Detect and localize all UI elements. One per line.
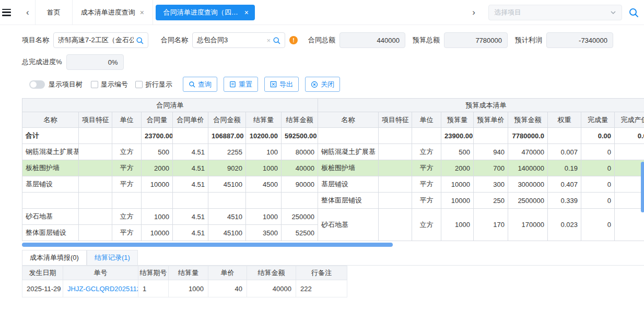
- tab-scroll-right-icon[interactable]: ›: [466, 7, 481, 18]
- cell: 0.00: [581, 128, 615, 144]
- show-number-checkbox[interactable]: [91, 81, 98, 88]
- cell: [379, 128, 412, 144]
- unit-price: 40: [208, 280, 247, 297]
- cell: 10200.00: [246, 128, 282, 144]
- table-row-total[interactable]: 合计 23700.00 106887.00 10200.00 592500.00…: [22, 128, 644, 144]
- group-header-budget: 预算成本清单: [318, 99, 644, 112]
- cell: 23700.00: [142, 128, 173, 144]
- tab-scroll-left-icon[interactable]: ‹: [20, 7, 35, 18]
- circle-close-icon: [311, 81, 318, 88]
- cell: [79, 128, 112, 144]
- wrap-display-checkbox[interactable]: [135, 81, 143, 88]
- settlement-amount: 40000: [247, 280, 296, 297]
- cell: [282, 193, 318, 209]
- order-number-link[interactable]: JHJZ-GCLQRD20251129: [67, 285, 138, 293]
- expected-profit-label: 预计利润: [515, 35, 542, 45]
- col-header: 行备注: [296, 266, 347, 280]
- cell: 500: [441, 144, 474, 160]
- cell: 10000: [441, 176, 474, 193]
- horizontal-scrollbar: [22, 243, 644, 247]
- project-select-placeholder: 选择项目: [494, 8, 521, 17]
- chevron-down-icon: [610, 9, 616, 16]
- col-header: 结算量: [169, 266, 208, 280]
- cell: [379, 176, 412, 193]
- contract-name-value: 总包合同3: [197, 35, 264, 45]
- col-header: 单位: [112, 112, 142, 128]
- cell: 80000: [282, 144, 318, 160]
- cell: [112, 193, 142, 209]
- cell: 合计: [22, 128, 79, 144]
- cell: 4.51: [173, 225, 208, 241]
- table-row[interactable]: 基层铺设 平方 10000 4.51 45100 4500 90000 基层铺设…: [22, 176, 644, 193]
- cell: [379, 193, 412, 209]
- cell: [379, 144, 412, 160]
- cell: 300: [474, 176, 508, 193]
- table-row[interactable]: 钢筋混凝土扩展基 立方 500 4.51 2255 100 80000 钢筋混凝…: [22, 144, 644, 160]
- col-header: 结算期号: [138, 266, 169, 280]
- project-tree-toggle-label: 显示项目树: [49, 80, 83, 89]
- menu-icon[interactable]: [2, 9, 11, 16]
- cell: 0: [581, 209, 615, 241]
- cell: 0: [615, 160, 644, 176]
- cell: 1000: [441, 209, 474, 241]
- cell: 3500: [246, 225, 282, 241]
- show-number-label: 显示编号: [101, 80, 128, 89]
- tab-home[interactable]: 首页: [35, 0, 73, 25]
- settlement-qty: 1000: [169, 280, 208, 297]
- contract-name-input[interactable]: 总包合同3 ×: [192, 32, 285, 48]
- cell: 40000: [282, 160, 318, 176]
- project-name-input[interactable]: 济邹高速7-2工区（金石公: [53, 32, 148, 48]
- cell: 平方: [412, 176, 441, 193]
- close-button[interactable]: 关闭: [305, 77, 340, 92]
- cell: [548, 128, 581, 144]
- cell: 0: [615, 176, 644, 193]
- cell: 4510: [208, 209, 246, 225]
- query-button-label: 查询: [198, 80, 212, 89]
- reset-button[interactable]: 重置: [224, 77, 258, 92]
- tab-cost-list-fill[interactable]: 成本清单填报(0): [22, 250, 87, 265]
- close-icon[interactable]: ×: [244, 9, 249, 16]
- search-icon[interactable]: [628, 7, 639, 18]
- col-header: 项目特征: [379, 112, 412, 128]
- cell: [246, 193, 282, 209]
- cell: 10000: [441, 193, 474, 209]
- cell: 1000: [142, 209, 173, 225]
- cell: 0: [581, 160, 615, 176]
- search-icon[interactable]: [136, 37, 144, 44]
- tab-contract-list-progress[interactable]: 合同清单进度查询（四… ×: [156, 5, 255, 20]
- table-row[interactable]: 砂石地基 立方 1000 4.51 4510 1000 250000 砂石地基 …: [22, 209, 644, 225]
- cell: 10000: [142, 225, 173, 241]
- cell: 4.51: [173, 144, 208, 160]
- table-row-selected[interactable]: 板桩围护墙 平方 2000 4.51 9020 1000 40000 板桩围护墙…: [22, 160, 644, 176]
- cell: 0: [615, 209, 644, 241]
- cell: 170000: [508, 209, 548, 241]
- col-header: 预算量: [441, 112, 474, 128]
- table-row[interactable]: 2025-11-29 JHJZ-GCLQRD20251129 1 1000 40…: [22, 280, 347, 297]
- settlement-period: 1: [138, 280, 169, 297]
- export-button[interactable]: 导出: [264, 77, 299, 92]
- col-header: 名称: [22, 112, 79, 128]
- project-tree-toggle[interactable]: [29, 80, 45, 89]
- tab-cost-list-progress[interactable]: 成本清单进度查询 ×: [73, 0, 153, 25]
- cell: 2255: [208, 144, 246, 160]
- close-icon[interactable]: ×: [140, 9, 144, 16]
- query-button[interactable]: 查询: [183, 77, 217, 92]
- cell: 平方: [112, 160, 142, 176]
- cell: 1400000: [508, 160, 548, 176]
- cell: 板桩围护墙: [22, 160, 79, 176]
- tab-settlement-records[interactable]: 结算记录(1): [87, 250, 138, 265]
- horizontal-scrollbar-thumb[interactable]: [22, 243, 393, 247]
- main-table-wrap: 合同清单 预算成本清单 名称 项目特征 单位 合同量 合同单价 合同金额 结算量…: [22, 98, 644, 241]
- vertical-scrollbar-thumb[interactable]: [641, 162, 644, 212]
- clear-icon[interactable]: ×: [266, 37, 271, 44]
- cell: 4.51: [173, 176, 208, 193]
- col-header: 合同单价: [173, 112, 208, 128]
- search-icon[interactable]: [273, 37, 280, 44]
- cell: [318, 128, 379, 144]
- cell: 整体面层铺设: [318, 193, 379, 209]
- table-row[interactable]: 整体面层铺设 平方 10000 250 2500000 0.339 0 0: [22, 193, 644, 209]
- settlement-date: 2025-11-29: [22, 280, 63, 297]
- project-select[interactable]: 选择项目: [488, 5, 622, 20]
- cell: 0: [581, 176, 615, 193]
- col-header: 单价: [208, 266, 247, 280]
